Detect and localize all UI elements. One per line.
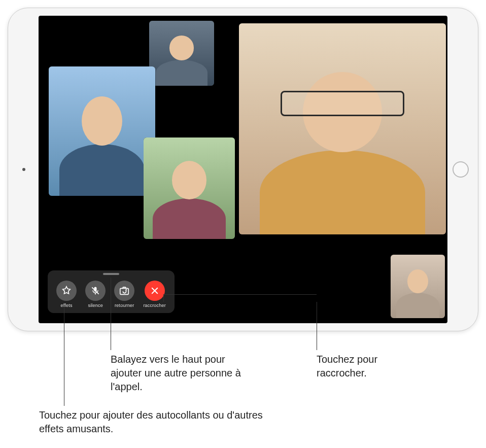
call-controls-panel[interactable]: effets silence xyxy=(48,270,175,313)
end-label: raccrocher xyxy=(143,303,166,308)
callout-line-end-vert xyxy=(163,294,164,302)
panel-grabber[interactable] xyxy=(103,273,119,275)
controls-row: effets silence xyxy=(48,280,175,309)
self-preview-tile[interactable] xyxy=(391,255,445,318)
callout-line-end xyxy=(317,302,317,350)
facetime-screen: effets silence xyxy=(39,16,447,323)
callout-end-text: Touchez pour raccrocher. xyxy=(317,353,428,380)
ipad-device-frame: effets silence xyxy=(8,8,478,331)
callout-swipe-text: Balayez vers le haut pour ajouter une au… xyxy=(111,353,242,394)
participant-tile-1[interactable] xyxy=(149,21,214,86)
effects-button[interactable]: effets xyxy=(56,281,77,308)
participant-tile-3[interactable] xyxy=(144,137,235,239)
flip-camera-icon xyxy=(114,281,134,301)
mute-button[interactable]: silence xyxy=(85,281,106,308)
effects-label: effets xyxy=(61,303,73,308)
flip-camera-button[interactable]: retourner xyxy=(114,281,134,308)
effects-icon xyxy=(56,281,77,301)
callout-effects-text: Touchez pour ajouter des autocollants ou… xyxy=(39,408,272,436)
callout-line-swipe xyxy=(111,278,111,350)
front-camera-dot xyxy=(22,168,25,171)
mute-label: silence xyxy=(88,303,102,308)
flip-label: retourner xyxy=(115,303,134,308)
participant-tile-4[interactable] xyxy=(239,23,446,234)
end-call-icon xyxy=(145,281,165,301)
mute-icon xyxy=(85,281,106,301)
svg-rect-3 xyxy=(120,288,129,294)
callout-line-effects xyxy=(64,307,64,406)
home-button[interactable] xyxy=(453,161,469,178)
participant-tile-2[interactable] xyxy=(49,66,155,196)
callout-line-end-horiz xyxy=(163,294,317,295)
end-call-button[interactable]: raccrocher xyxy=(143,281,166,308)
